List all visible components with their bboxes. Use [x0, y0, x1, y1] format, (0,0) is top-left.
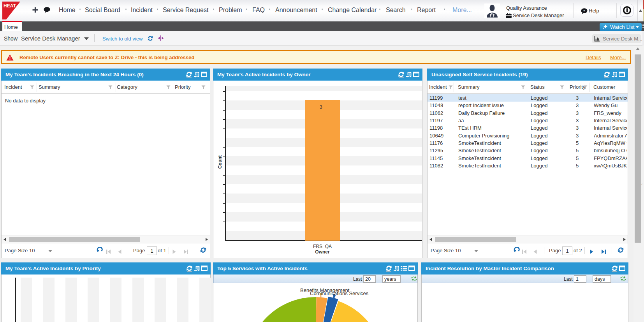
svg-text:?: ?	[583, 9, 586, 13]
svg-text:HEAT: HEAT	[4, 3, 16, 9]
